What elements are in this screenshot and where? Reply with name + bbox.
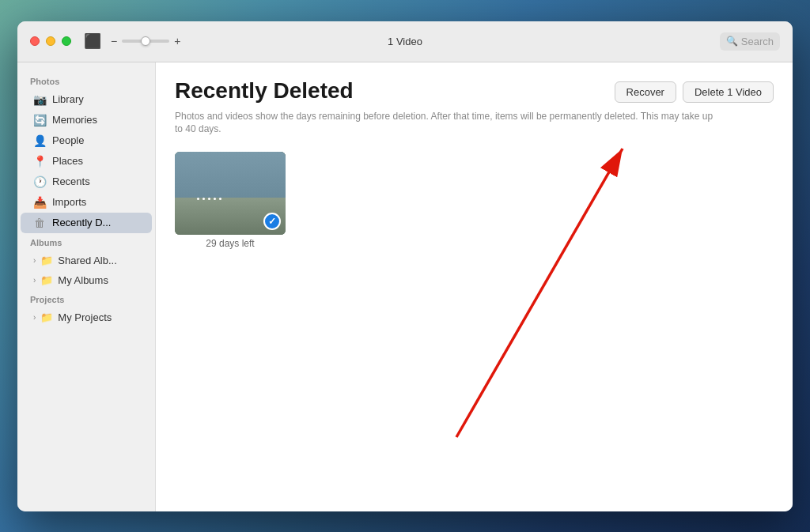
main-content: Photos 📷 Library 🔄 Memories 👤 People 📍 P… [17,62,793,511]
media-grid: 29 days left [175,152,774,249]
header-buttons: Recover Delete 1 Video [615,78,774,103]
memories-icon: 🔄 [33,114,46,126]
content-header: Recently Deleted Recover Delete 1 Video [175,78,774,104]
search-icon: 🔍 [726,36,738,47]
sidebar-item-my-albums[interactable]: › 📁 My Albums [21,270,152,290]
chevron-right-icon-3: › [33,313,36,322]
places-icon: 📍 [33,155,46,168]
search-placeholder: Search [741,36,774,47]
projects-icon: 📁 [40,311,53,323]
sidebar-item-imports[interactable]: 📥 Imports [21,192,152,213]
sidebar-item-library[interactable]: 📷 Library [21,89,152,110]
sidebar-item-label-my-albums: My Albums [58,274,108,286]
sidebar-item-recents[interactable]: 🕐 Recents [21,172,152,192]
people-icon: 👤 [33,134,46,147]
media-item[interactable]: 29 days left [175,152,286,249]
traffic-lights [30,36,71,46]
sidebar: Photos 📷 Library 🔄 Memories 👤 People 📍 P… [17,62,156,511]
chevron-right-icon-2: › [33,276,36,285]
selected-checkmark [263,213,281,230]
app-window: ⬛ − + 1 Video 🔍 Search Photos 📷 Library [17,21,793,511]
minimize-button[interactable] [46,36,55,46]
sidebar-item-recently-deleted[interactable]: 🗑 Recently D... [21,213,152,233]
sidebar-item-label-places: Places [52,155,83,167]
sidebar-item-shared-albums[interactable]: › 📁 Shared Alb... [21,251,152,270]
sidebar-section-projects: Projects [17,290,155,308]
sidebar-item-label-recents: Recents [52,175,90,187]
albums-icon: 📁 [40,274,53,286]
page-title: Recently Deleted [175,78,354,104]
birds-decoration [197,198,221,200]
chevron-right-icon: › [33,256,36,265]
recover-button[interactable]: Recover [615,81,676,103]
days-left-label: 29 days left [206,238,254,249]
recents-icon: 🕐 [33,175,46,188]
sidebar-item-label-imports: Imports [52,196,86,208]
titlebar: ⬛ − + 1 Video 🔍 Search [17,21,793,62]
sidebar-section-photos: Photos [17,72,155,89]
sidebar-item-my-projects[interactable]: › 📁 My Projects [21,308,152,327]
trash-icon: 🗑 [33,217,46,229]
sidebar-item-label-shared-albums: Shared Alb... [58,255,116,266]
sidebar-item-label-my-projects: My Projects [58,311,112,323]
library-icon: 📷 [33,93,46,106]
search-bar[interactable]: 🔍 Search [720,32,780,51]
content-area: Recently Deleted Recover Delete 1 Video … [156,62,793,511]
sidebar-item-people[interactable]: 👤 People [21,130,152,151]
sidebar-item-label-people: People [52,134,84,146]
maximize-button[interactable] [62,36,71,46]
shared-albums-icon: 📁 [40,255,53,266]
sidebar-item-places[interactable]: 📍 Places [21,151,152,172]
window-title: 1 Video [388,36,422,47]
sidebar-section-albums: Albums [17,233,155,251]
zoom-minus-button[interactable]: − [111,35,117,47]
close-button[interactable] [30,36,40,46]
sidebar-item-label-memories: Memories [52,114,97,126]
zoom-control: − + [111,35,180,47]
zoom-plus-button[interactable]: + [174,35,180,47]
media-thumbnail[interactable] [175,152,286,235]
imports-icon: 📥 [33,196,46,209]
sidebar-item-memories[interactable]: 🔄 Memories [21,110,152,130]
sidebar-item-label-recently-deleted: Recently D... [52,217,111,228]
zoom-slider-thumb[interactable] [141,36,150,46]
sidebar-item-label-library: Library [52,93,84,105]
subtitle-text: Photos and videos show the days remainin… [175,110,713,137]
zoom-slider[interactable] [122,40,169,43]
slideshow-icon[interactable]: ⬛ [84,32,101,50]
delete-button[interactable]: Delete 1 Video [683,81,774,103]
